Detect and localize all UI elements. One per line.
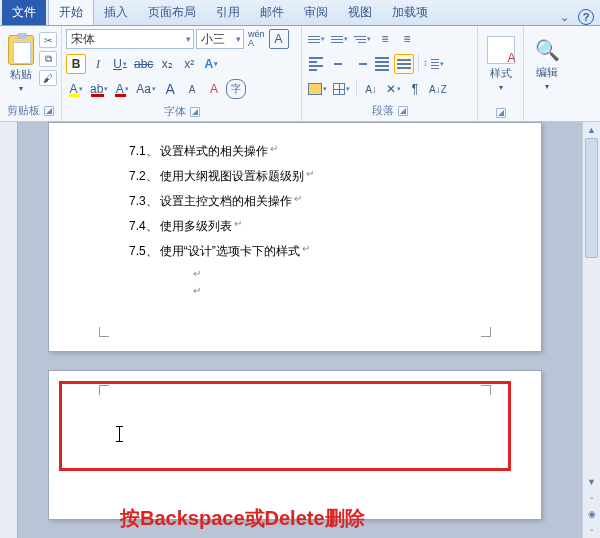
tab-home[interactable]: 开始 (48, 0, 94, 25)
cut-button[interactable]: ✂ (39, 32, 57, 48)
format-painter-button[interactable]: 🖌 (39, 70, 57, 86)
ribbon: 粘贴 ▾ ✂ ⧉ 🖌 剪贴板 宋体 小三 wénA A B I U abc (0, 26, 600, 122)
clear-format-button[interactable]: A (204, 79, 224, 99)
align-left-button[interactable] (306, 54, 326, 74)
underline-button[interactable]: U (110, 54, 130, 74)
annotation-box (59, 381, 511, 471)
page-2[interactable] (48, 370, 542, 520)
document-workspace: 7.1、设置样式的相关操作↵ 7.2、使用大纲视图设置标题级别↵ 7.3、设置主… (0, 122, 600, 538)
page-1[interactable]: 7.1、设置样式的相关操作↵ 7.2、使用大纲视图设置标题级别↵ 7.3、设置主… (48, 122, 542, 352)
scroll-thumb[interactable] (585, 138, 598, 258)
text-effects-button[interactable]: A (201, 54, 221, 74)
vertical-ruler[interactable] (0, 122, 18, 538)
shading-button[interactable] (306, 79, 329, 99)
align-right-button[interactable] (350, 54, 370, 74)
asian-layout-button[interactable]: ✕ (383, 79, 403, 99)
find-icon: 🔍 (534, 37, 560, 63)
next-page-icon[interactable]: ◦ (583, 522, 600, 538)
phonetic-guide-button[interactable]: wénA (246, 29, 267, 49)
prev-page-icon[interactable]: ◦ (583, 490, 600, 506)
clipboard-icon (8, 35, 34, 65)
paste-label: 粘贴 (10, 67, 32, 82)
crop-mark-icon (477, 325, 491, 337)
tab-review[interactable]: 审阅 (294, 0, 338, 25)
highlight-button[interactable]: A (66, 79, 86, 99)
styles-button[interactable]: 样式▾ (482, 29, 519, 99)
doc-line[interactable]: 7.5、使用“设计”选项卡下的样式↵ (129, 243, 491, 260)
char-shading-button[interactable]: ab (88, 79, 110, 99)
doc-line[interactable]: 7.3、设置主控文档的相关操作↵ (129, 193, 491, 210)
tab-view[interactable]: 视图 (338, 0, 382, 25)
show-marks-button[interactable]: ¶ (405, 79, 425, 99)
paste-button[interactable]: 粘贴 ▾ (4, 29, 37, 99)
strikethrough-button[interactable]: abc (132, 54, 155, 74)
dialog-launcher-icon[interactable] (398, 106, 408, 116)
doc-line[interactable]: 7.4、使用多级列表↵ (129, 218, 491, 235)
font-group-label: 字体 (164, 104, 186, 119)
decrease-indent-button[interactable]: ≡ (375, 29, 395, 49)
justify-button[interactable] (372, 54, 392, 74)
scroll-up-icon[interactable]: ▲ (583, 122, 600, 138)
crop-mark-icon (99, 325, 113, 337)
bullets-button[interactable] (306, 29, 327, 49)
sort-button[interactable]: A↓ (361, 79, 381, 99)
enclose-char-button[interactable]: 字 (226, 79, 246, 99)
tab-addins[interactable]: 加载项 (382, 0, 438, 25)
tab-mailings[interactable]: 邮件 (250, 0, 294, 25)
editing-button[interactable]: 🔍编辑▾ (528, 29, 566, 99)
annotation-text: 按Backspace或Delete删除 (120, 505, 365, 532)
grow-font-button[interactable]: A (160, 79, 180, 99)
increase-indent-button[interactable]: ≡ (397, 29, 417, 49)
borders-button[interactable] (331, 79, 352, 99)
font-size-combo[interactable]: 小三 (196, 29, 244, 49)
paragraph-group-label: 段落 (372, 103, 394, 118)
numbering-button[interactable] (329, 29, 350, 49)
vertical-scrollbar[interactable]: ▲ ▼ ◦ ◉ ◦ (582, 122, 600, 538)
tab-file[interactable]: 文件 (2, 0, 46, 25)
styles-icon (487, 36, 515, 64)
copy-button[interactable]: ⧉ (39, 51, 57, 67)
font-name-combo[interactable]: 宋体 (66, 29, 194, 49)
clipboard-group-label: 剪贴板 (7, 103, 40, 118)
tab-insert[interactable]: 插入 (94, 0, 138, 25)
paragraph-mark: ↵ (193, 268, 491, 279)
scroll-down-icon[interactable]: ▼ (583, 474, 600, 490)
minimize-ribbon-icon[interactable]: ⌄ (556, 9, 572, 25)
tab-references[interactable]: 引用 (206, 0, 250, 25)
change-case-button[interactable]: Aa (134, 79, 158, 99)
browse-object-icon[interactable]: ◉ (583, 506, 600, 522)
font-color-button[interactable]: A (112, 79, 132, 99)
help-icon[interactable]: ? (578, 9, 594, 25)
ribbon-tabs: 文件 开始 插入 页面布局 引用 邮件 审阅 视图 加载项 ⌄ ? (0, 0, 600, 26)
dialog-launcher-icon[interactable] (44, 106, 54, 116)
shrink-font-button[interactable]: A (182, 79, 202, 99)
superscript-button[interactable]: x² (179, 54, 199, 74)
tab-layout[interactable]: 页面布局 (138, 0, 206, 25)
subscript-button[interactable]: x₂ (157, 54, 177, 74)
multilevel-list-button[interactable] (352, 29, 373, 49)
paragraph-mark: ↵ (193, 285, 491, 296)
styles-label: 样式 (490, 66, 512, 81)
doc-line[interactable]: 7.1、设置样式的相关操作↵ (129, 143, 491, 160)
dialog-launcher-icon[interactable] (190, 107, 200, 117)
align-center-button[interactable] (328, 54, 348, 74)
italic-button[interactable]: I (88, 54, 108, 74)
line-spacing-button[interactable] (423, 54, 446, 74)
sort-button-2[interactable]: A↓Z (427, 79, 449, 99)
bold-button[interactable]: B (66, 54, 86, 74)
doc-line[interactable]: 7.2、使用大纲视图设置标题级别↵ (129, 168, 491, 185)
dialog-launcher-icon[interactable] (496, 108, 506, 118)
text-cursor (119, 427, 120, 441)
chevron-down-icon: ▾ (19, 84, 23, 93)
char-border-button[interactable]: A (269, 29, 289, 49)
editing-label: 编辑 (536, 65, 558, 80)
distributed-button[interactable] (394, 54, 414, 74)
document-area[interactable]: 7.1、设置样式的相关操作↵ 7.2、使用大纲视图设置标题级别↵ 7.3、设置主… (18, 122, 582, 538)
